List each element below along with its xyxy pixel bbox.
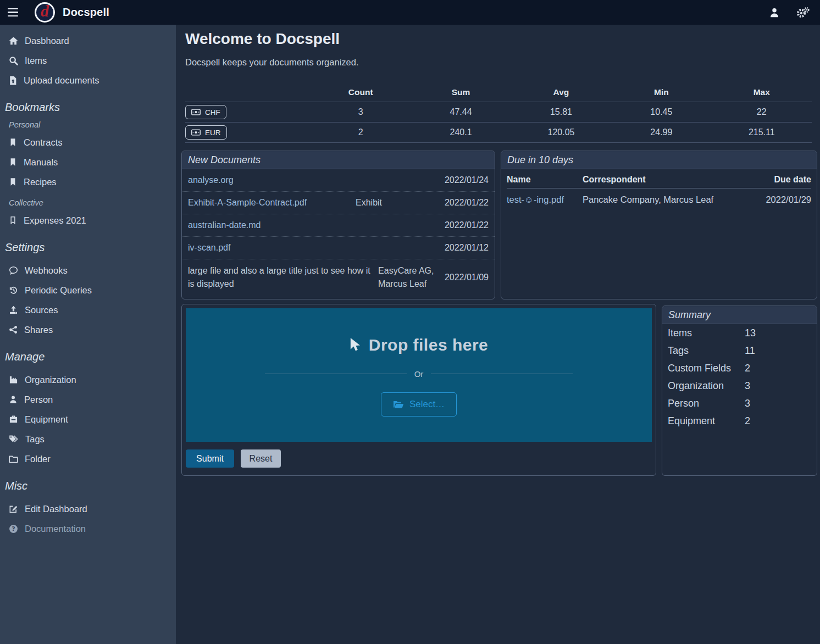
sidebar-item-webhooks[interactable]: Webhooks [0,260,176,280]
settings-menu-button[interactable] [796,5,810,20]
sidebar-section-settings: Settings [0,241,176,254]
sidebar-item-items[interactable]: Items [0,51,176,70]
sidebar-item-organization[interactable]: Organization [0,370,176,390]
document-row: Exhibit-A-Sample-Contract.pdf Exhibit 20… [182,192,495,214]
summary-row: Custom Fields 2 [662,359,817,377]
folder-icon [9,455,18,463]
or-divider: Or [265,369,573,379]
currency-badge-eur[interactable]: EUR [185,125,227,140]
sidebar-item-contracts[interactable]: Contracts [0,132,176,152]
sidebar-item-sources[interactable]: Sources [0,300,176,320]
bookmark-outline-icon [9,216,17,225]
history-icon [9,286,18,295]
sidebar-item-periodic-queries[interactable]: Periodic Queries [0,280,176,300]
svg-text:?: ? [12,525,15,532]
sidebar-item-person[interactable]: Person [0,390,176,409]
sidebar-subsection-personal: Personal [0,117,176,132]
upload-panel: Drop files here Or Select… Submit Reset [181,304,656,476]
sidebar-section-manage: Manage [0,351,176,363]
due-table-header: Name Correspondent Due date [507,171,811,188]
stats-row-chf: CHF 3 47.44 15.81 10.45 22 [185,102,812,123]
document-row: iv-scan.pdf 2022/01/12 [182,237,495,259]
money-bill-icon [191,129,201,136]
summary-panel: Summary Items 13 Tags 11 Custom Fields 2… [662,306,817,476]
summary-row: Tags 11 [662,342,817,359]
bookmark-filled-icon [9,158,17,166]
industry-icon [9,375,18,384]
top-navbar: d Docspell [0,0,820,25]
file-upload-icon [9,76,17,85]
brand-title: Docspell [63,6,109,19]
due-panel: Due in 10 days Name Correspondent Due da… [501,151,817,299]
sidebar-item-tags[interactable]: Tags [0,429,176,449]
reset-button[interactable]: Reset [241,449,281,468]
document-row: analyse.org 2022/01/24 [182,169,495,192]
question-icon: ? [9,524,18,534]
sidebar-subsection-collective: Collective [0,195,176,210]
page-title: Welcome to Docspell [185,30,340,48]
due-row: test-☺-ing.pdf Pancake Company, Marcus L… [507,190,811,209]
file-dropzone[interactable]: Drop files here Or Select… [186,308,652,442]
stats-header-row: Count Sum Avg Min Max [185,83,812,102]
summary-row: Equipment 2 [662,412,817,430]
comment-icon [9,266,18,275]
house-icon [9,36,18,46]
document-link[interactable]: analyse.org [188,174,356,187]
edit-icon [9,504,18,513]
document-link[interactable]: test-☺-ing.pdf [507,195,583,205]
sidebar-item-folder[interactable]: Folder [0,449,176,469]
user-icon [769,7,780,18]
bookmark-filled-icon [9,177,17,186]
sidebar-item-equipment[interactable]: Equipment [0,409,176,429]
due-panel-title: Due in 10 days [501,151,817,169]
document-link[interactable]: Exhibit-A-Sample-Contract.pdf [188,196,356,209]
stats-row-eur: EUR 2 240.1 120.05 24.99 215.11 [185,123,812,143]
document-link[interactable]: large file and also a large title just t… [188,264,378,291]
search-icon [9,56,18,65]
summary-row: Items 13 [662,324,817,342]
user-icon [9,395,18,404]
sidebar: Dasbhoard Items Upload documents Bookmar… [0,25,176,644]
summary-title: Summary [662,306,817,324]
menu-toggle-button[interactable] [0,0,25,25]
money-bill-icon [191,109,201,115]
mouse-pointer-icon [350,337,362,353]
docspell-logo-icon: d [35,2,55,23]
sidebar-item-recipes[interactable]: Recipes [0,172,176,192]
sidebar-item-expenses-2021[interactable]: Expenses 2021 [0,210,176,230]
document-link[interactable]: iv-scan.pdf [188,241,356,254]
sidebar-item-documentation[interactable]: ? Documentation [0,519,176,538]
bookmark-filled-icon [9,138,17,147]
sidebar-section-bookmarks: Bookmarks [0,101,176,114]
summary-row: Person 3 [662,395,817,412]
submit-button[interactable]: Submit [186,449,234,468]
dropzone-title: Drop files here [350,336,489,354]
new-documents-panel: New Documents analyse.org 2022/01/24 Exh… [181,151,495,299]
document-row: australian-date.md 2022/01/22 [182,214,495,237]
sidebar-item-manuals[interactable]: Manuals [0,152,176,172]
share-icon [9,325,18,334]
page-subtitle: Docspell keeps your documents organized. [185,57,359,68]
sidebar-item-dashboard[interactable]: Dasbhoard [0,31,176,51]
select-files-button[interactable]: Select… [381,392,457,417]
currency-badge-chf[interactable]: CHF [185,105,226,119]
sidebar-item-upload-documents[interactable]: Upload documents [0,70,176,90]
folder-open-icon [393,401,404,409]
sidebar-section-misc: Misc [0,480,176,492]
document-link[interactable]: australian-date.md [188,219,356,232]
gears-icon [796,7,810,19]
main-content: Welcome to Docspell Docspell keeps your … [176,25,820,644]
upload-icon [9,306,18,314]
equipment-icon [9,415,18,424]
sidebar-item-edit-dashboard[interactable]: Edit Dashboard [0,499,176,519]
tags-icon [9,435,19,443]
stats-table: Count Sum Avg Min Max CHF 3 47.44 [185,83,812,143]
new-documents-title: New Documents [182,151,495,169]
sidebar-item-shares[interactable]: Shares [0,320,176,340]
document-row: large file and also a large title just t… [182,259,495,296]
user-menu-button[interactable] [767,5,782,20]
summary-row: Organization 3 [662,377,817,395]
